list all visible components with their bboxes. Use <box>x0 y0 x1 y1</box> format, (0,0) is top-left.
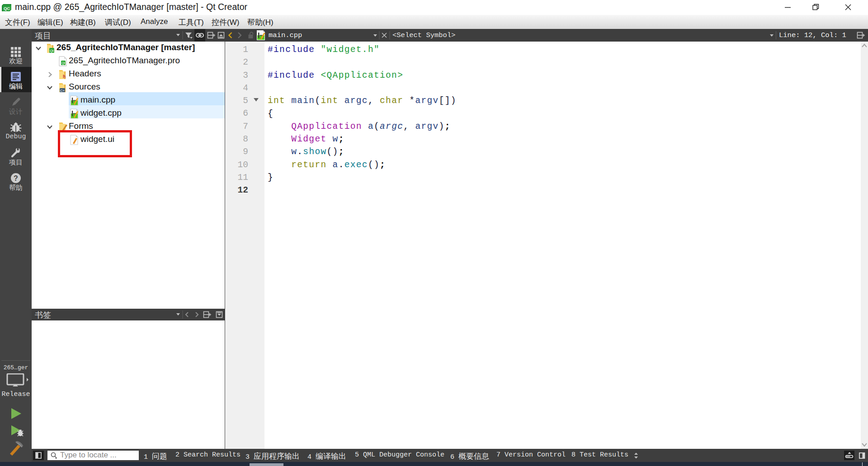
svg-text:Qt: Qt <box>50 49 54 53</box>
svg-text:C+: C+ <box>60 89 65 93</box>
svg-text:Qt: Qt <box>61 61 66 65</box>
svg-text:?: ? <box>14 174 18 182</box>
svg-text:QC: QC <box>4 6 10 11</box>
svg-text:h: h <box>63 74 66 79</box>
